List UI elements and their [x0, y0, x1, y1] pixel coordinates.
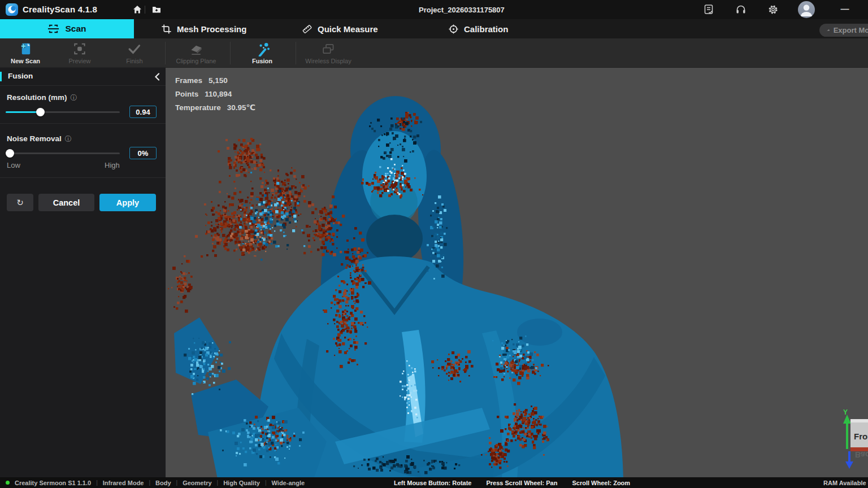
noise-removal-label: Noise Removalⓘ [7, 134, 72, 144]
device-connected-dot [6, 481, 10, 485]
apply-button[interactable]: Apply [99, 194, 156, 211]
toolbar-fusion-label: Fusion [252, 58, 272, 64]
scan-stats: Frames5,150 Points110,894 Temperature30.… [175, 73, 255, 114]
settings-gear-icon[interactable] [767, 4, 779, 15]
tab-calibration-label: Calibration [464, 24, 508, 34]
tab-scan-label: Scan [65, 24, 86, 34]
fusion-wand-icon [255, 41, 270, 56]
toolbar-finish[interactable]: Finish [126, 41, 142, 64]
user-avatar[interactable] [798, 1, 815, 18]
toolbar-divider [296, 42, 296, 64]
resolution-slider-fill [6, 111, 40, 113]
stat-points: Points110,894 [175, 87, 255, 101]
toolbar-divider [165, 42, 166, 64]
mesh-crop-icon [161, 24, 172, 34]
point-cloud-scene[interactable]: Y Front Back [166, 68, 868, 477]
panel-divider [0, 85, 166, 86]
mode-lens: Wide-angle [272, 480, 305, 486]
resolution-slider[interactable] [6, 107, 120, 116]
tab-calibration[interactable]: Calibration [448, 19, 508, 38]
chevron-left-icon [154, 73, 160, 81]
gizmo-back-reflection: Back [855, 450, 868, 459]
noise-low-label: Low [7, 161, 20, 169]
resolution-label: Resolution (mm)ⓘ [7, 93, 77, 103]
export-model-button[interactable]: Export Model [819, 24, 868, 37]
gizmo-cube-top[interactable] [850, 419, 868, 422]
hint-pan: Press Scroll Wheel: Pan [486, 480, 557, 486]
minimize-button[interactable]: — [838, 2, 852, 16]
title-bar: CrealityScan 4.1.8 Project_2026033117580… [0, 0, 868, 19]
calibration-crosshair-icon [448, 24, 459, 34]
resolution-info-icon[interactable]: ⓘ [71, 94, 77, 102]
resolution-value-field[interactable]: 0.94 [129, 106, 157, 118]
noise-removal-info-icon[interactable]: ⓘ [65, 135, 72, 143]
tab-scan[interactable]: Scan [0, 19, 134, 38]
tab-mesh-processing[interactable]: Mesh Processing [161, 19, 246, 38]
stat-temperature: Temperature30.95℃ [175, 101, 255, 114]
mode-tab-bar: Scan Mesh Processing Quick Measure Calib… [0, 19, 868, 38]
mode-geometry: Geometry [183, 480, 211, 486]
hint-rotate: Left Mouse Button: Rotate [394, 480, 471, 486]
toolbar-preview[interactable]: Preview [68, 41, 90, 64]
noise-slider-track[interactable] [6, 152, 120, 154]
scan-toolbar: New Scan Preview Finish Clipping Plane F… [0, 38, 868, 68]
status-bar: Creality Sermoon S1 1.1.0 | Infrared Mod… [0, 477, 868, 488]
viewport-3d[interactable]: Y Front Back Frames5,150 Points110,894 T… [166, 68, 868, 477]
y-axis-line [846, 422, 848, 449]
home-icon[interactable] [131, 4, 144, 15]
titlebar-divider [145, 6, 145, 14]
reset-button[interactable]: ↻ [7, 194, 33, 211]
support-headset-icon[interactable] [735, 4, 747, 15]
toolbar-finish-label: Finish [126, 58, 142, 64]
noise-removal-slider[interactable] [6, 149, 120, 158]
preview-viewfinder-icon [72, 41, 88, 56]
panel-divider [0, 123, 166, 124]
tab-mesh-label: Mesh Processing [177, 24, 246, 34]
fusion-panel: Fusion Resolution (mm)ⓘ 0.94 Noise Remov… [0, 68, 166, 477]
tab-measure-label: Quick Measure [318, 24, 378, 34]
new-scan-document-icon [18, 41, 33, 56]
noise-value-field[interactable]: 0% [129, 147, 157, 159]
mode-infrared: Infrared Mode [103, 480, 144, 486]
toolbar-clipping-plane-label: Clipping Plane [176, 58, 216, 64]
noise-high-label: High [105, 161, 120, 169]
toolbar-new-scan-label: New Scan [11, 58, 40, 64]
toolbar-wireless-display[interactable]: Wireless Display [305, 41, 351, 64]
stat-frames: Frames5,150 [175, 73, 255, 87]
toolbar-clipping-plane[interactable]: Clipping Plane [176, 41, 216, 64]
hint-zoom: Scroll Wheel: Zoom [572, 480, 630, 486]
noise-slider-knob[interactable] [6, 149, 14, 158]
app-logo-icon [6, 3, 18, 16]
toolbar-fusion[interactable]: Fusion [252, 41, 272, 64]
resolution-slider-knob[interactable] [36, 108, 45, 116]
open-project-folder-icon[interactable] [150, 4, 163, 15]
export-model-label: Export Model [834, 26, 868, 34]
mouse-hints-group: Left Mouse Button: Rotate Press Scroll W… [394, 477, 630, 488]
fusion-panel-header: Fusion [0, 68, 166, 85]
creality-scan-window: CrealityScan 4.1.8 Project_2026033117580… [0, 0, 868, 488]
cancel-button[interactable]: Cancel [38, 194, 94, 211]
finish-check-icon [127, 41, 142, 56]
fusion-panel-title: Fusion [8, 72, 33, 80]
app-title: CrealityScan 4.1.8 [23, 5, 97, 14]
device-name: Creality Sermoon S1 1.1.0 [15, 480, 91, 486]
collapse-panel-button[interactable] [151, 71, 163, 82]
clipping-plane-icon [189, 41, 204, 56]
panel-divider [0, 177, 166, 178]
device-status-group: Creality Sermoon S1 1.1.0 | Infrared Mod… [6, 477, 305, 488]
tab-quick-measure[interactable]: Quick Measure [302, 19, 378, 38]
scan-frame-icon [47, 23, 59, 34]
toolbar-new-scan[interactable]: New Scan [11, 41, 40, 64]
feedback-note-icon[interactable] [702, 4, 715, 15]
panel-accent-bar [0, 72, 2, 81]
project-name: Project_20260331175807 [419, 6, 505, 14]
ruler-icon [302, 24, 313, 34]
mode-quality: High Quality [223, 480, 260, 486]
export-share-icon [827, 27, 830, 34]
mode-body: Body [155, 480, 171, 486]
wireless-display-icon [320, 41, 336, 56]
gizmo-front-label: Front [854, 432, 868, 441]
toolbar-wireless-display-label: Wireless Display [305, 58, 351, 64]
ram-available: RAM Available 6 [823, 477, 868, 488]
toolbar-divider [230, 42, 231, 64]
